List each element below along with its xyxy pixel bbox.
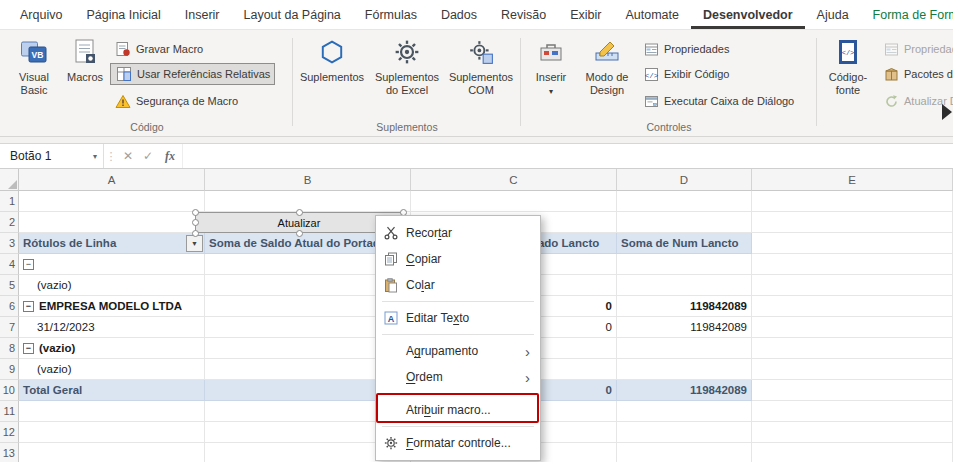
row-header-6[interactable]: 6 xyxy=(0,296,19,317)
cell-E9[interactable] xyxy=(752,359,953,380)
row-header-11[interactable]: 11 xyxy=(0,401,19,422)
cell-E11[interactable] xyxy=(752,401,953,422)
enter-icon[interactable]: ✓ xyxy=(138,149,158,163)
cell-A6[interactable]: −EMPRESA MODELO LTDA xyxy=(19,296,205,317)
cell-E1[interactable] xyxy=(752,191,953,212)
column-header-A[interactable]: A xyxy=(19,169,205,191)
cell-D12[interactable] xyxy=(617,422,752,443)
source-button[interactable]: </> Código-fonte xyxy=(822,34,874,120)
collapse-minus-button[interactable]: − xyxy=(23,343,34,354)
cell-A3[interactable]: Rótulos de Linha▼ xyxy=(19,233,205,254)
formula-bar-grip[interactable]: ⋮ xyxy=(104,150,118,163)
menu-item-recortar[interactable]: Recortar xyxy=(376,220,540,246)
cell-D9[interactable] xyxy=(617,359,752,380)
cell-E7[interactable] xyxy=(752,317,953,338)
cell-A1[interactable] xyxy=(19,191,205,212)
cell-B1[interactable] xyxy=(205,191,411,212)
com-add-ins-button[interactable]: Suplementos COM xyxy=(446,34,516,120)
tab-desenvolvedor[interactable]: Desenvolvedor xyxy=(691,0,805,29)
design-mode-button[interactable]: Modo de Design xyxy=(578,34,636,120)
row-header-7[interactable]: 7 xyxy=(0,317,19,338)
cell-D2[interactable] xyxy=(617,212,752,233)
cell-A9[interactable]: (vazio) xyxy=(19,359,205,380)
filter-dropdown-button[interactable]: ▼ xyxy=(186,235,203,252)
cell-D7[interactable]: 119842089 xyxy=(617,317,752,338)
cell-D11[interactable] xyxy=(617,401,752,422)
chevron-down-icon[interactable]: ▾ xyxy=(93,152,97,161)
collapse-minus-button[interactable]: − xyxy=(23,259,34,270)
row-header-1[interactable]: 1 xyxy=(0,191,19,212)
record-macro-button[interactable]: Gravar Macro xyxy=(110,38,207,60)
cell-C1[interactable] xyxy=(411,191,617,212)
cell-A4[interactable]: − xyxy=(19,254,205,275)
tab-revisão[interactable]: Revisão xyxy=(489,0,558,29)
menu-item-agrupamento[interactable]: Agrupamento› xyxy=(376,338,540,364)
macro-security-button[interactable]: Segurança de Macro xyxy=(110,90,242,112)
tab-arquivo[interactable]: Arquivo xyxy=(8,0,74,29)
cell-D8[interactable] xyxy=(617,338,752,359)
cell-D4[interactable] xyxy=(617,254,752,275)
tab-ajuda[interactable]: Ajuda xyxy=(805,0,861,29)
menu-item-colar[interactable]: Colar xyxy=(376,272,540,298)
cell-E8[interactable] xyxy=(752,338,953,359)
cell-D6[interactable]: 119842089 xyxy=(617,296,752,317)
column-header-B[interactable]: B xyxy=(205,169,411,191)
cell-A10[interactable]: Total Geral xyxy=(19,380,205,401)
formula-input[interactable] xyxy=(182,144,953,168)
row-header-5[interactable]: 5 xyxy=(0,275,19,296)
cell-A2[interactable] xyxy=(19,212,205,233)
cell-E10[interactable] xyxy=(752,380,953,401)
relative-references-button[interactable]: Usar Referências Relativas xyxy=(110,63,275,85)
cell-A13[interactable] xyxy=(19,443,205,462)
menu-item-ordem[interactable]: Ordem› xyxy=(376,364,540,390)
insert-function-icon[interactable]: fx xyxy=(158,149,182,164)
cell-A11[interactable] xyxy=(19,401,205,422)
selection-handle[interactable] xyxy=(296,209,303,216)
cell-D3[interactable]: Soma de Num Lancto xyxy=(617,233,752,254)
cell-A7[interactable]: 31/12/2023 xyxy=(19,317,205,338)
macros-button[interactable]: Macros xyxy=(62,34,108,120)
menu-item-copiar[interactable]: Copiar xyxy=(376,246,540,272)
menu-item-formatar-controle[interactable]: Formatar controle... xyxy=(376,430,540,456)
tab-layout-da-página[interactable]: Layout da Página xyxy=(231,0,352,29)
row-header-12[interactable]: 12 xyxy=(0,422,19,443)
cell-E6[interactable] xyxy=(752,296,953,317)
select-all-button[interactable] xyxy=(0,169,19,191)
cell-D13[interactable] xyxy=(617,443,752,462)
selection-handle[interactable] xyxy=(192,219,199,226)
selection-handle[interactable] xyxy=(296,230,303,237)
tab-fórmulas[interactable]: Fórmulas xyxy=(353,0,429,29)
expansion-packs-button[interactable]: Pacotes de xyxy=(878,63,953,85)
cell-D10[interactable]: 119842089 xyxy=(617,380,752,401)
cell-A5[interactable]: (vazio) xyxy=(19,275,205,296)
tab-automate[interactable]: Automate xyxy=(613,0,691,29)
run-dialog-button[interactable]: Executar Caixa de Diálogo xyxy=(638,90,798,112)
tab-página-inicial[interactable]: Página Inicial xyxy=(74,0,172,29)
row-header-10[interactable]: 10 xyxy=(0,380,19,401)
row-header-4[interactable]: 4 xyxy=(0,254,19,275)
insert-control-button[interactable]: Inserir ▾ xyxy=(528,34,574,120)
cell-E4[interactable] xyxy=(752,254,953,275)
cancel-icon[interactable]: ✕ xyxy=(118,149,138,163)
tab-forma-de-formato[interactable]: Forma de Formato xyxy=(861,0,953,29)
add-ins-button[interactable]: Suplementos xyxy=(298,34,366,120)
cell-E3[interactable] xyxy=(752,233,953,254)
row-header-2[interactable]: 2 xyxy=(0,212,19,233)
cell-E12[interactable] xyxy=(752,422,953,443)
cell-E5[interactable] xyxy=(752,275,953,296)
cell-A8[interactable]: −(vazio) xyxy=(19,338,205,359)
visual-basic-button[interactable]: VB Visual Basic xyxy=(8,34,60,120)
selection-handle[interactable] xyxy=(192,230,199,237)
row-header-13[interactable]: 13 xyxy=(0,443,19,462)
column-header-E[interactable]: E xyxy=(752,169,953,191)
excel-add-ins-button[interactable]: Suplementos do Excel xyxy=(370,34,444,120)
column-header-D[interactable]: D xyxy=(617,169,752,191)
properties-button[interactable]: Propriedades xyxy=(638,38,733,60)
cell-D1[interactable] xyxy=(617,191,752,212)
column-header-C[interactable]: C xyxy=(411,169,617,191)
tab-exibir[interactable]: Exibir xyxy=(558,0,613,29)
cell-E2[interactable] xyxy=(752,212,953,233)
cell-A12[interactable] xyxy=(19,422,205,443)
row-header-9[interactable]: 9 xyxy=(0,359,19,380)
cell-E13[interactable] xyxy=(752,443,953,462)
